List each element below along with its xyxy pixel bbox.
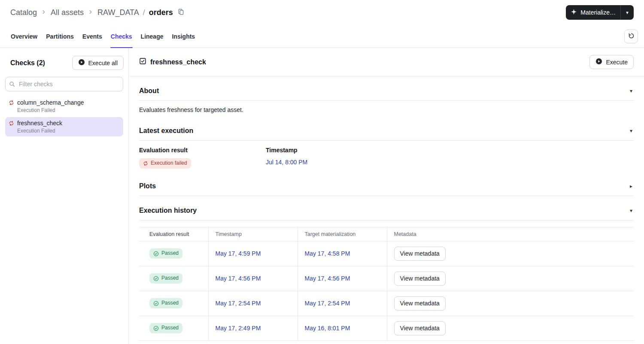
execution-failed-icon [9,100,14,106]
row-timestamp-link[interactable]: May 17, 4:59 PM [216,250,261,257]
play-icon [78,59,85,67]
table-row: Passed May 17, 2:54 PM May 17, 2:54 PM V… [139,291,634,316]
breadcrumb-item-all-assets[interactable]: All assets [51,8,84,17]
passed-badge: Passed [149,273,182,284]
check-list-item-freshness-check[interactable]: freshness_check Execution Failed [5,117,123,136]
section-plots-header: Plots ▸ [139,172,634,196]
execution-history-table: Evaluation result Timestamp Target mater… [139,227,634,341]
refresh-icon [628,33,635,40]
passed-badge: Passed [149,323,182,333]
execution-history-heading: Execution history [139,207,197,214]
asset-checks-page: Catalog All assets RAW_DATA / orders Mat… [0,0,644,344]
execution-failed-badge-label: Execution failed [151,160,187,167]
sparkle-icon [571,9,577,16]
check-detail-panel: freshness_check Execute About ▾ Evaluate… [129,48,644,344]
column-header-evaluation-result: Evaluation result [139,227,208,241]
table-row: Passed May 17, 2:49 PM May 16, 8:01 PM V… [139,316,634,341]
check-status: Execution Failed [17,107,120,113]
about-description: Evaluates freshness for targeted asset. [139,101,634,116]
passed-badge-label: Passed [161,250,179,257]
latest-execution-body: Evaluation result Execution failed Times… [139,141,634,172]
passed-badge: Passed [149,248,182,259]
execute-label: Execute [606,59,628,66]
execute-all-button[interactable]: Execute all [72,56,124,70]
view-metadata-button[interactable]: View metadata [394,321,446,335]
target-materialization-link[interactable]: May 17, 2:54 PM [305,300,350,307]
checks-sidebar: Checks (2) Execute all column_schema_cha… [0,48,129,344]
materialize-button[interactable]: Materialize… [566,5,620,20]
tab-checks[interactable]: Checks [110,25,133,48]
row-timestamp-link[interactable]: May 17, 4:56 PM [216,275,261,282]
execute-all-label: Execute all [88,60,118,66]
table-row: Passed May 17, 4:59 PM May 17, 4:58 PM V… [139,241,634,266]
breadcrumb: Catalog All assets RAW_DATA / orders [10,8,185,17]
caret-down-icon: ▾ [626,10,629,15]
materialize-split-button: Materialize… ▾ [566,5,634,20]
column-header-metadata: Metadata [387,227,634,241]
tabbar-spacer [195,25,624,48]
asset-tab-bar: Overview Partitions Events Checks Lineag… [0,25,644,48]
view-metadata-button[interactable]: View metadata [394,296,446,311]
materialize-dropdown-button[interactable]: ▾ [620,5,634,20]
latest-execution-heading: Latest execution [139,127,193,135]
copy-asset-name-button[interactable] [177,8,185,17]
passed-badge-label: Passed [161,275,179,282]
table-header-row: Evaluation result Timestamp Target mater… [139,227,634,241]
passed-badge: Passed [149,298,182,308]
passed-badge-label: Passed [161,325,179,332]
page-body: Checks (2) Execute all column_schema_cha… [0,48,644,344]
check-detail-header: freshness_check Execute [129,48,644,76]
breadcrumb-item-raw-data[interactable]: RAW_DATA [97,8,139,17]
check-detail-content: About ▾ Evaluates freshness for targeted… [129,76,644,344]
passed-badge-label: Passed [161,300,179,307]
row-timestamp-link[interactable]: May 17, 2:49 PM [216,325,261,332]
section-execution-history-header: Execution history ▾ [139,196,634,220]
column-header-timestamp: Timestamp [208,227,298,241]
tab-overview[interactable]: Overview [10,25,38,48]
materialize-label: Materialize… [580,9,616,16]
refresh-button[interactable] [624,30,638,43]
check-name: freshness_check [17,120,62,127]
filter-checks-wrap [5,77,123,91]
section-about-header: About ▾ [139,76,634,101]
check-name: column_schema_change [17,99,84,106]
checks-count-title: Checks (2) [10,59,45,67]
tab-events[interactable]: Events [82,25,103,48]
check-list-item-column-schema-change[interactable]: column_schema_change Execution Failed [5,97,123,116]
chevron-right-icon [88,8,94,17]
column-header-target-materialization: Target materialization [298,227,387,241]
target-materialization-link[interactable]: May 17, 4:58 PM [305,250,350,257]
play-icon [595,58,602,66]
view-metadata-button[interactable]: View metadata [394,272,446,286]
about-heading: About [139,87,159,95]
tab-insights[interactable]: Insights [171,25,195,48]
execution-failed-icon [143,161,148,166]
collapse-chevron-icon[interactable]: ▾ [629,88,634,94]
timestamp-label: Timestamp [266,147,392,154]
collapse-chevron-icon[interactable]: ▾ [629,128,634,133]
breadcrumb-separator: / [143,8,145,17]
breadcrumb-item-catalog[interactable]: Catalog [10,8,37,17]
check-status: Execution Failed [17,128,120,134]
tab-partitions[interactable]: Partitions [46,25,74,48]
execution-failed-icon [9,121,14,126]
check-title: freshness_check [150,58,206,66]
latest-timestamp-link[interactable]: Jul 14, 8:00 PM [266,159,307,166]
filter-checks-input[interactable] [5,77,123,91]
plots-heading: Plots [139,182,156,190]
tabs: Overview Partitions Events Checks Lineag… [10,25,195,48]
section-latest-execution-header: Latest execution ▾ [139,116,634,141]
tab-lineage[interactable]: Lineage [140,25,164,48]
row-timestamp-link[interactable]: May 17, 2:54 PM [216,300,261,307]
breadcrumb-current-asset: orders [149,8,173,17]
execution-failed-badge: Execution failed [139,158,191,169]
target-materialization-link[interactable]: May 17, 4:56 PM [305,275,350,282]
evaluation-result-label: Evaluation result [139,147,266,154]
execute-button[interactable]: Execute [589,55,634,69]
top-bar: Catalog All assets RAW_DATA / orders Mat… [0,0,644,25]
view-metadata-button[interactable]: View metadata [394,247,446,261]
expand-chevron-icon[interactable]: ▸ [629,184,634,189]
check-circle-icon [153,326,159,331]
collapse-chevron-icon[interactable]: ▾ [629,208,634,213]
target-materialization-link[interactable]: May 16, 8:01 PM [305,325,350,332]
